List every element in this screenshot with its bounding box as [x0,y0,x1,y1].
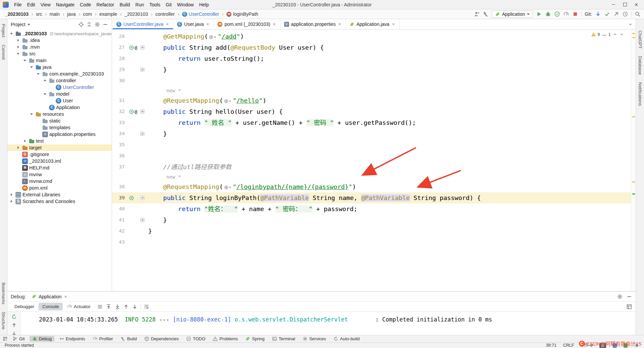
tool-window-button-build[interactable]: Build [118,336,140,342]
breadcrumb-item-main[interactable]: main [48,11,61,17]
breadcrumb-item-java[interactable]: java [65,11,77,17]
menu-build[interactable]: Build [117,1,132,8]
debug-run-button[interactable] [545,11,551,17]
tree-chevron-icon[interactable] [30,112,34,116]
breadcrumb-item-controller[interactable]: controller [154,11,176,17]
tool-window-button-terminal[interactable]: Terminal [269,336,298,342]
stripe-info-mark[interactable] [632,193,635,195]
menu-file[interactable]: File [11,1,24,8]
tree-item-20230103-iml[interactable]: _20230103.iml [7,158,112,164]
debug-tab-console[interactable]: Console [39,303,63,310]
close-tab-icon[interactable] [165,22,169,26]
stripe-warning-mark[interactable] [632,37,635,38]
tool-window-button-structure[interactable]: Structure [1,312,6,330]
tool-window-button-git[interactable]: Git [10,336,28,342]
notifications-bell-icon[interactable] [634,343,639,348]
tool-window-button-commit[interactable]: Commit [1,45,6,60]
tree-chevron-icon[interactable] [16,51,21,56]
tool-window-button-todo[interactable]: TODO [183,336,208,342]
tree-item-resources[interactable]: resources [7,111,112,117]
tool-window-button-project[interactable]: Project [1,24,6,37]
collapse-all-icon[interactable] [86,21,92,28]
status-icon-blue[interactable] [613,343,617,348]
tree-item-com-example-20230103[interactable]: com.example._20230103 [7,70,112,77]
tree-item-user[interactable]: User [7,97,112,104]
tree-item-gitignore[interactable]: .gitignore [7,151,112,158]
tree-item-external-libraries[interactable]: External Libraries [7,191,112,198]
down-the-stack-icon[interactable] [11,331,17,335]
tree-item-mvnw[interactable]: mvnw [7,171,112,178]
fold-marker-icon[interactable] [140,109,145,114]
console-options-icon[interactable] [97,304,103,310]
close-tab-icon[interactable] [206,22,210,26]
maximize-button[interactable] [620,1,630,8]
hide-debug-panel-icon[interactable] [626,294,632,300]
chevron-down-icon[interactable] [28,23,30,26]
tree-chevron-icon[interactable] [9,199,14,204]
select-opened-file-icon[interactable] [78,21,84,28]
tool-window-switcher-icon[interactable] [3,336,8,341]
up-the-stack-icon[interactable] [11,322,17,328]
tree-chevron-icon[interactable] [16,38,21,43]
next-problem-icon[interactable] [619,32,624,37]
editor-tab-application-java[interactable]: Application.java [346,19,399,29]
breadcrumb-item-loginbypath[interactable]: loginByPath [225,11,260,17]
tree-item-application[interactable]: Application [7,104,112,111]
tree-chevron-icon[interactable] [30,65,34,69]
tool-window-button-auto-build[interactable]: Auto-build [331,336,363,342]
fold-marker-icon[interactable] [140,196,145,200]
hidden-tabs-icon[interactable] [628,22,633,27]
tree-item-application-properties[interactable]: application.properties [7,131,112,138]
tree-chevron-icon[interactable] [43,92,48,96]
fold-marker-icon[interactable] [140,218,145,222]
menu-git[interactable]: Git [163,1,174,8]
editor-tab-application-properties[interactable]: application.properties [280,19,346,29]
tree-item-target[interactable]: target [7,144,112,151]
caret-position[interactable]: 39:71 [546,343,556,348]
fold-marker-icon[interactable] [140,67,145,72]
run-configuration-selector[interactable]: Application [492,10,533,18]
status-icon-green[interactable] [624,343,628,348]
stop-button[interactable] [572,11,578,17]
code-editor[interactable]: 26 @GetMapping("/add")27@ public String … [112,30,636,291]
tree-chevron-icon[interactable] [43,78,48,83]
breadcrumb-item-src[interactable]: src [34,11,44,17]
search-everywhere-icon[interactable] [635,11,641,17]
close-session-icon[interactable] [64,295,68,299]
menu-edit[interactable]: Edit [24,1,38,8]
close-tab-icon[interactable] [338,22,342,26]
tree-item-idea[interactable]: .idea [7,37,112,44]
rerun-icon[interactable] [11,314,17,320]
tree-item-help-md[interactable]: HELP.md [7,164,112,171]
tool-window-button-database[interactable]: Database [638,56,643,75]
tree-item-controller[interactable]: controller [7,77,112,84]
debug-settings-icon[interactable] [617,294,623,300]
stripe-warning-mark[interactable] [632,116,635,117]
hide-panel-icon[interactable] [102,21,108,28]
editor-tab-usercontroller-java[interactable]: UserController.java [113,19,173,29]
tool-window-button-dependencies[interactable]: Dependencies [142,336,181,342]
error-stripe-scrollbar[interactable] [631,30,636,291]
tree-item-static[interactable]: static [7,117,112,124]
tool-window-button-services[interactable]: Services [300,336,329,342]
tree-item-java[interactable]: java [7,64,112,70]
request-mapping-gutter-icon[interactable] [129,195,134,201]
tree-item-usercontroller[interactable]: UserController [7,84,112,91]
menu-run[interactable]: Run [133,1,147,8]
git-history-icon[interactable] [622,11,628,17]
tree-chevron-icon[interactable] [16,45,21,49]
url-inlay-icon[interactable] [224,99,231,104]
editor-tab-user-java[interactable]: User.java [173,19,214,29]
tree-item-test[interactable]: test [7,138,112,144]
tool-window-button-problems[interactable]: Problems [210,336,240,342]
ime-indicator[interactable]: 英 [599,343,606,348]
code-with-me-icon[interactable] [474,11,480,17]
git-commit-icon[interactable] [604,11,610,17]
debug-tab-debugger[interactable]: Debugger [11,303,38,310]
next-message-icon[interactable] [132,304,138,310]
close-button[interactable] [631,1,641,8]
prev-problem-icon[interactable] [612,32,618,37]
build-project-icon[interactable] [483,11,489,17]
url-inlay-icon[interactable] [209,35,216,40]
restore-layout-icon[interactable] [626,304,632,310]
